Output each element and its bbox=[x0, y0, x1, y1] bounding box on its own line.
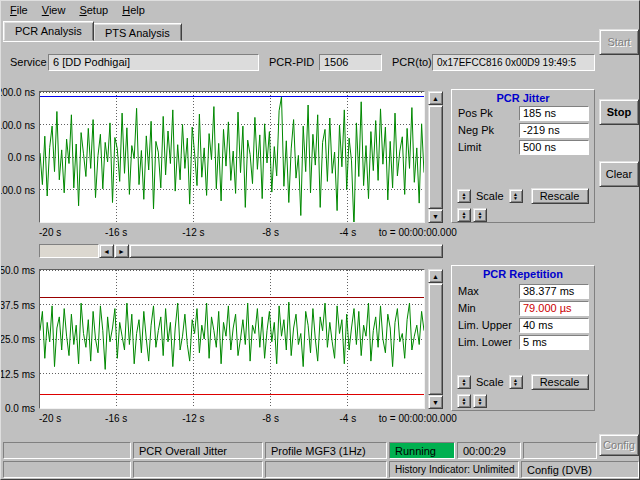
y-tick-label: 0.0 ns bbox=[8, 152, 35, 163]
status-analysis-mode: PCR Overall Jitter bbox=[133, 442, 263, 459]
lim-lower-label: Lim. Lower bbox=[458, 335, 512, 350]
spin-down-icon: ▼ bbox=[513, 196, 518, 200]
min-label: Min bbox=[458, 301, 476, 316]
lim-upper-value: 40 ms bbox=[519, 318, 589, 333]
scale-label: Scale bbox=[473, 190, 507, 202]
x-scale-decrease-spinner[interactable]: ▲▼ bbox=[457, 394, 471, 408]
menu-help[interactable]: Help bbox=[115, 2, 152, 18]
scale-increase-spinner[interactable]: ▲▼ bbox=[509, 375, 523, 389]
x-tick-label: -4 s bbox=[339, 413, 356, 424]
tab-pts-analysis[interactable]: PTS Analysis bbox=[93, 23, 182, 41]
neg-pk-value: -219 ns bbox=[519, 123, 589, 138]
menu-file[interactable]: File bbox=[3, 2, 35, 18]
down-arrow-icon: ▼ bbox=[432, 399, 439, 406]
config-button[interactable]: Config bbox=[599, 434, 639, 456]
x-tick-label: -12 s bbox=[182, 413, 204, 424]
bottom-cell-empty bbox=[133, 461, 263, 478]
limit-label: Limit bbox=[458, 140, 481, 155]
status-cell-empty bbox=[523, 442, 597, 459]
stop-button[interactable]: Stop bbox=[599, 99, 639, 125]
max-label: Max bbox=[458, 284, 479, 299]
bottom-cell-empty bbox=[3, 461, 131, 478]
scale-decrease-spinner[interactable]: ▲▼ bbox=[457, 189, 471, 203]
pcr-jitter-title: PCR Jitter bbox=[452, 92, 594, 104]
service-label: Service bbox=[10, 55, 47, 70]
scale-increase-spinner[interactable]: ▲▼ bbox=[509, 189, 523, 203]
jitter-horizontal-scrollbar[interactable]: ◄ ► bbox=[39, 244, 443, 258]
panel-top-edge bbox=[3, 41, 639, 42]
scrollbar-thumb[interactable] bbox=[428, 105, 443, 209]
x-tick-label: -4 s bbox=[339, 227, 356, 238]
scroll-up-button[interactable]: ▲ bbox=[428, 91, 443, 105]
tab-pcr-analysis[interactable]: PCR Analysis bbox=[3, 21, 94, 41]
x-scale-increase-spinner[interactable]: ▲▼ bbox=[473, 208, 487, 222]
y-tick-label: 100.0 ns bbox=[0, 120, 35, 131]
start-button[interactable]: Start bbox=[599, 29, 639, 55]
pcr-repetition-panel: PCR Repetition Max 38.377 ms Min 79.000 … bbox=[451, 265, 595, 411]
y-tick-label: 25.0 ms bbox=[0, 334, 35, 345]
pcr-pid-label: PCR-PID bbox=[269, 55, 314, 70]
x-tick-label: -20 s bbox=[39, 413, 61, 424]
scale-decrease-spinner[interactable]: ▲▼ bbox=[457, 375, 471, 389]
scroll-up-button[interactable]: ▲ bbox=[428, 269, 443, 283]
repetition-vertical-scrollbar[interactable]: ▲ ▼ bbox=[428, 269, 443, 409]
bottom-cell-empty bbox=[265, 461, 387, 478]
up-arrow-icon: ▲ bbox=[432, 273, 439, 280]
scroll-down-button[interactable]: ▼ bbox=[428, 395, 443, 409]
pcr-to-label: PCR(to) bbox=[392, 55, 432, 70]
lim-lower-value: 5 ms bbox=[519, 335, 589, 350]
x-scale-increase-spinner[interactable]: ▲▼ bbox=[473, 394, 487, 408]
rescale-button[interactable]: Rescale bbox=[531, 188, 589, 204]
menu-setup[interactable]: Setup bbox=[72, 2, 115, 18]
jitter-vertical-scrollbar[interactable]: ▲ ▼ bbox=[428, 91, 443, 223]
x-scale-decrease-spinner[interactable]: ▲▼ bbox=[457, 208, 471, 222]
pcr-to-value: 0x17EFCC816 0x00D9 19:49:5 bbox=[432, 54, 595, 71]
spin-down-icon: ▼ bbox=[462, 401, 467, 405]
repetition-chart bbox=[39, 269, 425, 409]
y-tick-label: 12.5 ms bbox=[0, 369, 35, 380]
spin-down-icon: ▼ bbox=[462, 382, 467, 386]
config-indicator: Config (DVB) bbox=[521, 461, 639, 478]
jitter-y-axis-labels: 200.0 ns100.0 ns0.0 ns-100.0 ns bbox=[1, 91, 37, 223]
history-indicator: History Indicator: Unlimited bbox=[389, 461, 519, 478]
rescale-button[interactable]: Rescale bbox=[531, 374, 589, 390]
left-arrow-icon: ◄ bbox=[103, 248, 110, 255]
x-axis-end-label: to = 00:00:00.000 bbox=[379, 227, 457, 238]
y-tick-label: 50.0 ms bbox=[0, 265, 35, 276]
scroll-left-button[interactable]: ◄ bbox=[99, 244, 114, 258]
clear-button[interactable]: Clear bbox=[599, 161, 639, 187]
x-tick-label: -8 s bbox=[262, 227, 279, 238]
pcr-jitter-panel: PCR Jitter Pos Pk 185 ns Neg Pk -219 ns … bbox=[451, 89, 595, 223]
scrollbar-thumb[interactable] bbox=[129, 244, 443, 258]
x-tick-label: -16 s bbox=[105, 413, 127, 424]
up-arrow-icon: ▲ bbox=[432, 95, 439, 102]
spin-down-icon: ▼ bbox=[513, 382, 518, 386]
scroll-right-button[interactable]: ► bbox=[114, 244, 129, 258]
service-value[interactable]: 6 [DD Podhigai] bbox=[48, 54, 259, 71]
menu-view[interactable]: View bbox=[35, 2, 73, 18]
scrollbar-thumb[interactable] bbox=[428, 283, 443, 395]
spin-down-icon: ▼ bbox=[462, 196, 467, 200]
pos-pk-value: 185 ns bbox=[519, 106, 589, 121]
min-value: 79.000 µs bbox=[519, 301, 589, 316]
y-tick-label: -100.0 ns bbox=[0, 185, 35, 196]
x-tick-label: -8 s bbox=[262, 413, 279, 424]
status-elapsed-time: 00:00:29 bbox=[457, 442, 521, 459]
y-tick-label: 0.0 ms bbox=[5, 403, 35, 414]
spin-down-icon: ▼ bbox=[462, 215, 467, 219]
jitter-chart bbox=[39, 91, 425, 223]
status-cell-empty bbox=[3, 442, 131, 459]
scrollbar-trough[interactable] bbox=[39, 244, 99, 258]
repetition-x-axis-labels: -20 s-16 s-12 s-8 s-4 sto = 00:00:00.000 bbox=[39, 413, 579, 425]
jitter-chart-svg bbox=[40, 92, 424, 222]
spin-down-icon: ▼ bbox=[478, 215, 483, 219]
pcr-repetition-title: PCR Repetition bbox=[452, 268, 594, 280]
scroll-down-button[interactable]: ▼ bbox=[428, 209, 443, 223]
menu-bar: FileViewSetupHelp bbox=[1, 1, 639, 19]
status-running-badge: Running bbox=[389, 442, 455, 459]
x-tick-label: -12 s bbox=[182, 227, 204, 238]
repetition-y-axis-labels: 50.0 ms37.5 ms25.0 ms12.5 ms0.0 ms bbox=[1, 269, 37, 409]
status-profile: Profile MGF3 (1Hz) bbox=[265, 442, 387, 459]
x-tick-label: -20 s bbox=[39, 227, 61, 238]
max-value: 38.377 ms bbox=[519, 284, 589, 299]
